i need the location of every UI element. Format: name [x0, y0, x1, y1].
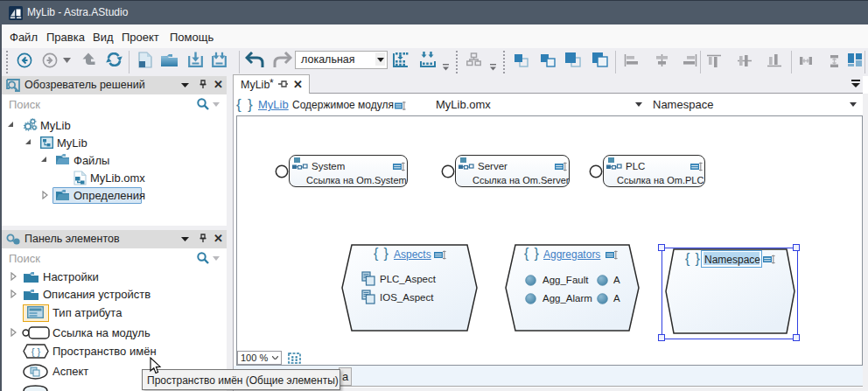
svg-text:{ }: { }	[32, 346, 41, 357]
